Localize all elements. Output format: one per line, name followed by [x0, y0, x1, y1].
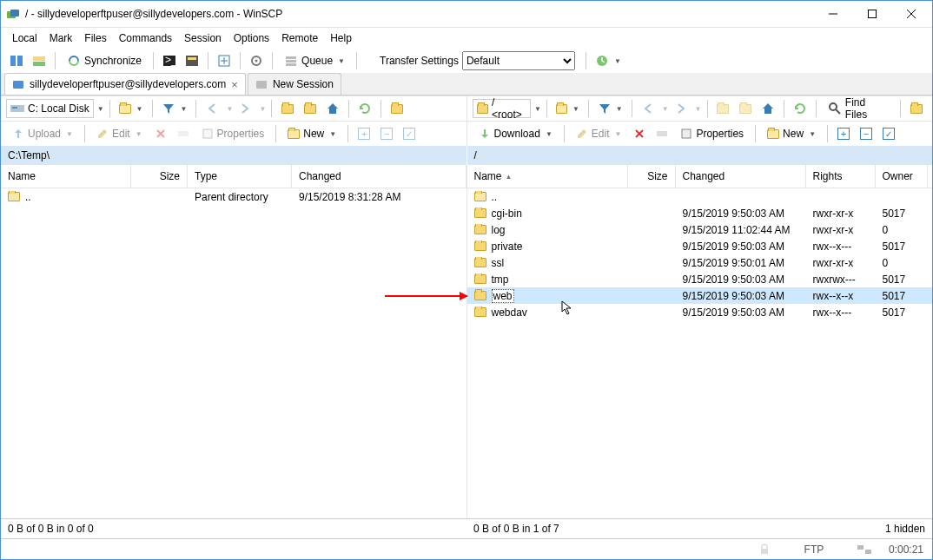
svg-rect-32 — [203, 129, 212, 138]
menu-session[interactable]: Session — [178, 30, 228, 47]
menu-help[interactable]: Help — [324, 30, 358, 47]
folder-icon — [474, 225, 486, 234]
remote-ops-toolbar: Download▼ Edit▼ Properties New▼ + − ✓ — [467, 122, 933, 146]
synchronize-button[interactable]: Synchronize — [61, 50, 148, 71]
local-open-folder[interactable]: ▼ — [116, 98, 147, 119]
local-col-changed[interactable]: Changed — [292, 165, 467, 188]
file-name: ssl — [492, 257, 505, 269]
local-new-button[interactable]: New▼ — [281, 123, 342, 144]
svg-rect-31 — [178, 131, 189, 136]
toggle-auto-button[interactable]: ▼ — [592, 50, 625, 71]
local-edit-button[interactable]: Edit▼ — [90, 123, 149, 144]
local-home[interactable] — [322, 98, 343, 119]
new-session-button[interactable] — [214, 50, 235, 71]
remote-refresh[interactable] — [790, 98, 811, 119]
remote-properties-button[interactable]: Properties — [674, 123, 750, 144]
remote-minus[interactable]: − — [856, 123, 877, 144]
local-refresh[interactable] — [354, 98, 375, 119]
local-filter[interactable]: ▼ — [158, 98, 191, 119]
compare-button[interactable] — [29, 50, 50, 71]
new-session-tab[interactable]: New Session — [248, 73, 341, 95]
local-col-size[interactable]: Size — [131, 165, 188, 188]
pageant-button[interactable] — [182, 50, 202, 71]
download-button[interactable]: Download▼ — [473, 123, 559, 144]
sync-browse-button[interactable] — [6, 50, 27, 71]
remote-root-combo[interactable]: / <root> — [473, 99, 531, 118]
list-item[interactable]: private9/15/2019 9:50:03 AMrwx--x---5017 — [467, 238, 933, 254]
list-item[interactable]: webdav9/15/2019 9:50:03 AMrwx--x---5017 — [467, 304, 933, 320]
maximize-button[interactable] — [852, 2, 891, 27]
list-item[interactable]: ssl9/15/2019 9:50:01 AMrwxr-xr-x0 — [467, 254, 933, 271]
remote-col-name[interactable]: Name▲ — [467, 165, 628, 188]
remote-delete-button[interactable] — [629, 123, 650, 144]
menu-remote[interactable]: Remote — [275, 30, 324, 47]
local-path[interactable]: C:\Temp\ — [1, 146, 467, 165]
local-disk-combo[interactable]: C: Local Disk — [6, 99, 94, 118]
list-item[interactable]: ..Parent directory9/15/2019 8:31:28 AM — [1, 188, 467, 205]
session-tab-active[interactable]: sillydeveloperftpuser@sillydevelopers.co… — [4, 73, 246, 95]
remote-col-changed[interactable]: Changed — [676, 165, 806, 188]
remote-col-owner[interactable]: Owner — [876, 165, 928, 188]
sort-asc-icon: ▲ — [506, 173, 513, 181]
remote-back[interactable] — [638, 98, 658, 119]
remote-edit-button[interactable]: Edit▼ — [570, 123, 628, 144]
local-parent[interactable] — [277, 98, 298, 119]
svg-rect-20 — [286, 60, 296, 63]
remote-new-button[interactable]: New▼ — [761, 123, 822, 144]
download-icon — [479, 128, 491, 140]
local-rename-button[interactable] — [173, 123, 194, 144]
remote-parent[interactable] — [712, 98, 733, 119]
upload-button[interactable]: Upload▼ — [6, 123, 79, 144]
queue-button[interactable]: Queue ▼ — [278, 50, 351, 71]
list-item[interactable]: .. — [467, 188, 933, 205]
statusbar: FTP 0:00:21 — [1, 538, 932, 559]
status-time: 0:00:21 — [889, 544, 923, 556]
menu-local[interactable]: Local — [6, 30, 43, 47]
local-root[interactable] — [300, 98, 321, 119]
list-item[interactable]: cgi-bin9/15/2019 9:50:03 AMrwxr-xr-x5017 — [467, 205, 933, 221]
remote-home[interactable] — [758, 98, 778, 119]
svg-rect-1 — [10, 10, 19, 16]
remote-plus[interactable]: + — [833, 123, 854, 144]
remote-open-folder[interactable]: ▼ — [553, 98, 583, 119]
local-col-name[interactable]: Name — [1, 165, 131, 188]
local-back[interactable] — [202, 98, 222, 119]
local-bookmark[interactable] — [387, 98, 407, 119]
local-minus[interactable]: − — [376, 123, 397, 144]
transfer-settings-select[interactable]: Default — [462, 51, 575, 70]
minimize-button[interactable] — [813, 2, 852, 27]
edit-icon — [576, 128, 588, 140]
remote-bookmark[interactable] — [906, 98, 927, 119]
local-plus[interactable]: + — [354, 123, 374, 144]
local-delete-button[interactable] — [150, 123, 171, 144]
local-col-type[interactable]: Type — [188, 165, 292, 188]
list-item-selected[interactable]: web9/15/2019 9:50:03 AMrwx--x--x5017 — [467, 287, 933, 304]
remote-col-size[interactable]: Size — [628, 165, 676, 188]
local-properties-button[interactable]: Properties — [195, 123, 271, 144]
menu-mark[interactable]: Mark — [43, 30, 79, 47]
svg-point-18 — [255, 60, 258, 63]
folder-icon — [474, 241, 486, 251]
remote-path[interactable]: / — [467, 146, 933, 165]
find-files-button[interactable]: Find Files — [822, 98, 895, 119]
remote-col-rights[interactable]: Rights — [806, 165, 876, 188]
close-button[interactable] — [891, 2, 930, 27]
list-item[interactable]: tmp9/15/2019 9:50:03 AMrwxrwx---5017 — [467, 271, 933, 287]
remote-root-btn[interactable] — [735, 98, 756, 119]
remote-filter[interactable]: ▼ — [594, 98, 626, 119]
file-name: private — [492, 240, 523, 253]
remote-forward[interactable] — [671, 98, 691, 119]
remote-check[interactable]: ✓ — [878, 123, 899, 144]
close-tab-icon[interactable]: × — [231, 78, 238, 91]
console-button[interactable]: >_ — [159, 50, 180, 71]
menu-commands[interactable]: Commands — [113, 30, 178, 47]
file-name: .. — [25, 191, 31, 203]
svg-rect-3 — [868, 10, 876, 18]
list-item[interactable]: log9/15/2019 11:02:44 AMrwxr-xr-x0 — [467, 221, 933, 238]
local-check[interactable]: ✓ — [399, 123, 420, 144]
menu-files[interactable]: Files — [78, 30, 112, 47]
preferences-button[interactable] — [246, 50, 267, 71]
remote-rename-button[interactable] — [652, 123, 672, 144]
local-forward[interactable] — [235, 98, 255, 119]
menu-options[interactable]: Options — [228, 30, 275, 47]
